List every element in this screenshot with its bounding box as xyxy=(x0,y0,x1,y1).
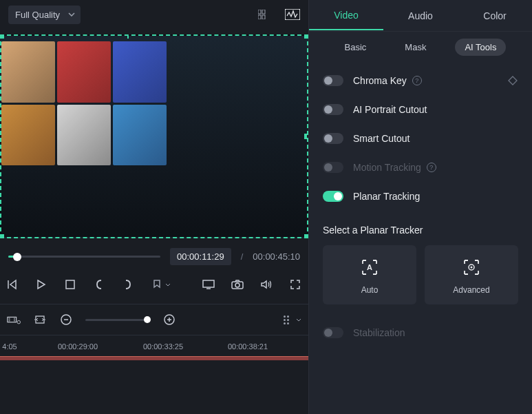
toggle-stabilization xyxy=(323,327,343,338)
option-smart-cutout: Smart Cutout xyxy=(309,124,532,153)
option-label: Planar Tracking xyxy=(353,191,420,202)
tab-ai-tools[interactable]: AI Tools xyxy=(455,39,506,56)
help-icon: ? xyxy=(427,163,436,172)
option-ai-portrait: AI Portrait Cutout xyxy=(309,95,532,124)
sub-tabs: Basic Mask AI Tools xyxy=(309,32,532,62)
option-stabilization: Stabilization xyxy=(309,318,532,347)
preview-viewport[interactable] xyxy=(0,34,308,238)
option-label: Chroma Key xyxy=(353,75,407,86)
quality-select[interactable]: Full Quality xyxy=(8,6,81,24)
svg-point-16 xyxy=(471,267,473,269)
track-size-button[interactable] xyxy=(279,313,293,327)
preview-panel: Full Quality 00:00:11:29 / 0 xyxy=(0,0,308,414)
crop-handle-br[interactable] xyxy=(304,234,308,238)
option-label: Smart Cutout xyxy=(353,133,409,144)
crop-handle-bl[interactable] xyxy=(0,234,4,238)
total-time: 00:00:45:10 xyxy=(253,251,300,262)
grid-view-icon[interactable] xyxy=(257,7,273,22)
main-tabs: Video Audio Color xyxy=(309,0,532,32)
option-label: Stabilization xyxy=(353,327,405,338)
auto-tracker-icon: A xyxy=(360,258,379,277)
tracker-auto-card[interactable]: A Auto xyxy=(323,245,416,304)
advanced-tracker-icon xyxy=(462,258,481,277)
tracker-title: Select a Planar Tracker xyxy=(323,225,518,236)
mark-in-button[interactable] xyxy=(92,278,106,291)
current-time: 00:00:11:29 xyxy=(170,248,231,265)
svg-text:A: A xyxy=(367,263,372,271)
fullscreen-button[interactable] xyxy=(288,278,302,291)
chevron-down-icon[interactable] xyxy=(165,283,171,287)
timeline-view-icon[interactable] xyxy=(7,313,21,327)
zoom-in-button[interactable] xyxy=(162,313,176,327)
svg-point-8 xyxy=(235,283,240,287)
toggle-chroma-key[interactable] xyxy=(323,75,343,86)
option-chroma-key: Chroma Key ? xyxy=(309,66,532,95)
display-button[interactable] xyxy=(202,278,215,291)
tab-video[interactable]: Video xyxy=(309,1,383,30)
tracker-advanced-card[interactable]: Advanced xyxy=(425,245,518,304)
playback-controls xyxy=(0,265,308,300)
tracker-card-label: Auto xyxy=(361,285,379,295)
tab-basic[interactable]: Basic xyxy=(335,39,376,56)
tab-audio[interactable]: Audio xyxy=(383,2,458,30)
crop-handle-tl[interactable] xyxy=(0,34,4,39)
stop-button[interactable] xyxy=(63,278,77,291)
option-planar-tracking: Planar Tracking xyxy=(309,182,532,211)
preview-top-bar: Full Quality xyxy=(0,0,308,29)
ai-tools-options: Chroma Key ? AI Portrait Cutout Smart Cu… xyxy=(309,62,532,215)
tracker-card-label: Advanced xyxy=(453,285,489,295)
toggle-planar-tracking[interactable] xyxy=(323,191,343,202)
properties-panel: Video Audio Color Basic Mask AI Tools Ch… xyxy=(308,0,532,414)
snapshot-button[interactable] xyxy=(231,278,244,291)
scrubber-row: 00:00:11:29 / 00:00:45:10 xyxy=(0,238,308,265)
crop-handle-mr[interactable] xyxy=(304,134,308,139)
crop-handle-tr[interactable] xyxy=(304,34,308,39)
zoom-slider[interactable] xyxy=(85,319,150,321)
planar-tracker-section: Select a Planar Tracker A Auto Advanced xyxy=(309,215,532,314)
help-icon[interactable]: ? xyxy=(412,76,422,85)
timeline-ruler: 4:05 00:00:29:00 00:00:33:25 00:00:38:21 xyxy=(0,341,308,344)
time-label: 00:00:38:21 xyxy=(228,342,268,351)
svg-rect-1 xyxy=(262,10,265,14)
toggle-smart-cutout[interactable] xyxy=(323,133,343,144)
svg-rect-2 xyxy=(258,15,261,19)
timeline-controls xyxy=(0,304,308,335)
toggle-motion-tracking xyxy=(323,162,343,173)
toggle-ai-portrait[interactable] xyxy=(323,104,343,115)
svg-rect-6 xyxy=(203,280,214,287)
svg-rect-4 xyxy=(285,9,300,20)
option-label: Motion Tracking xyxy=(353,162,421,173)
playback-scrubber[interactable] xyxy=(8,256,160,258)
clip[interactable] xyxy=(0,356,308,360)
preview-content xyxy=(1,41,167,165)
time-separator: / xyxy=(241,251,244,262)
waveform-icon[interactable] xyxy=(285,7,300,22)
svg-point-10 xyxy=(17,320,21,324)
stabilization-section: Stabilization xyxy=(309,314,532,351)
fit-button[interactable] xyxy=(33,313,47,327)
play-button[interactable] xyxy=(34,278,48,291)
tab-color[interactable]: Color xyxy=(458,2,532,30)
chevron-down-icon[interactable] xyxy=(296,318,301,322)
zoom-thumb[interactable] xyxy=(144,316,151,323)
svg-rect-11 xyxy=(36,316,44,323)
mark-out-button[interactable] xyxy=(121,278,135,291)
svg-rect-3 xyxy=(262,15,265,19)
zoom-out-button[interactable] xyxy=(59,313,73,327)
time-label: 4:05 xyxy=(2,342,17,351)
svg-rect-5 xyxy=(66,280,74,289)
option-label: AI Portrait Cutout xyxy=(353,104,427,115)
time-label: 00:00:33:25 xyxy=(143,342,183,351)
option-motion-tracking: Motion Tracking ? xyxy=(309,153,532,182)
scrubber-thumb[interactable] xyxy=(13,253,21,261)
timeline-track[interactable] xyxy=(0,356,308,370)
svg-rect-0 xyxy=(258,10,261,14)
playhead-marker xyxy=(127,34,129,39)
step-back-button[interactable] xyxy=(6,278,19,291)
diamond-icon xyxy=(507,75,518,86)
tab-mask[interactable]: Mask xyxy=(395,39,436,56)
time-label: 00:00:29:00 xyxy=(58,342,98,351)
timeline[interactable]: 4:05 00:00:29:00 00:00:33:25 00:00:38:21 xyxy=(0,335,308,414)
marker-button[interactable] xyxy=(150,278,164,291)
volume-button[interactable] xyxy=(259,278,273,291)
